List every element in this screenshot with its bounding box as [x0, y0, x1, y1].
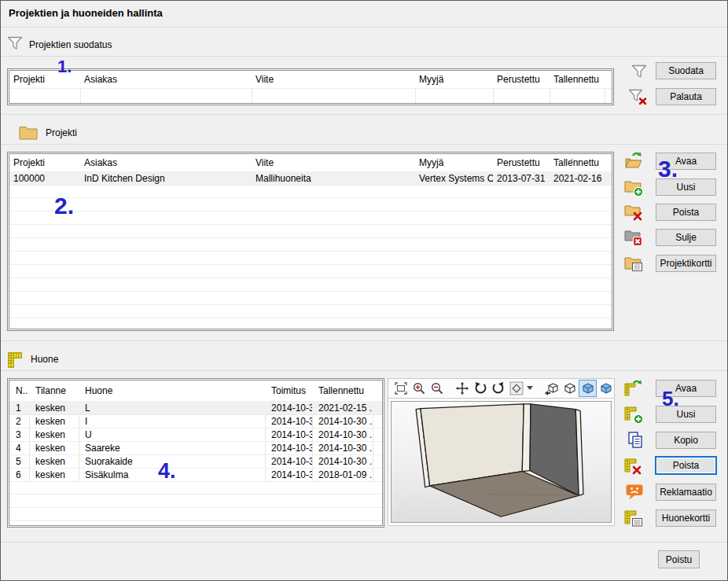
cell-tilanne: kesken: [29, 429, 79, 440]
box-view-3-icon[interactable]: [579, 381, 596, 396]
cell-tilanne: kesken: [29, 416, 79, 427]
cell-nro: 4: [9, 443, 29, 454]
room-table: N.. Tilanne Huone Toimitus Tallennettu 1…: [7, 378, 384, 528]
filter-clear-icon[interactable]: [627, 87, 649, 106]
open-room-icon[interactable]: [623, 378, 644, 399]
delete-room-icon[interactable]: [623, 456, 644, 476]
cell-huone: L: [79, 403, 265, 414]
zoom-fit-icon[interactable]: [393, 381, 410, 396]
cell-tallennettu: 2014-10-30 ...: [312, 416, 373, 427]
table-row[interactable]: 6 kesken Sisäkulma 2014-10-31 2018-01-09…: [9, 468, 382, 482]
projektikortti-label: Projektikortti: [660, 258, 711, 269]
new-room-icon[interactable]: [623, 404, 644, 425]
poista-room-button[interactable]: Poista: [655, 456, 717, 475]
cell-asiakas: InD Kitchen Design: [80, 173, 252, 184]
uusi-label: Uusi: [676, 409, 695, 420]
cell-toimitus: 2014-10-31: [265, 456, 312, 467]
suodata-label: Suodata: [668, 65, 704, 76]
reklamaatio-button[interactable]: Reklamaatio: [656, 484, 716, 501]
suodata-button[interactable]: Suodata: [656, 62, 716, 79]
divider: [1, 370, 727, 371]
room-card-icon[interactable]: [623, 508, 644, 528]
kopio-button[interactable]: Kopio: [656, 432, 716, 449]
annotation-1: 1.: [57, 58, 72, 75]
zoom-in-icon[interactable]: [411, 381, 428, 396]
filter-col-tallennettu[interactable]: Tallennettu: [550, 74, 605, 85]
project-col-myyja[interactable]: Myyjä: [415, 157, 493, 168]
room-preview[interactable]: [388, 398, 615, 526]
folder-icon: [18, 124, 39, 142]
poistu-button[interactable]: Poistu: [658, 550, 700, 568]
table-row[interactable]: 5 kesken Suorakaide 2014-10-31 2014-10-3…: [9, 454, 382, 469]
annotation-2: 2.: [54, 194, 74, 218]
cell-huone: U: [79, 429, 265, 440]
palauta-button[interactable]: Palauta: [656, 88, 716, 105]
filter-apply-icon[interactable]: [630, 62, 649, 81]
filter-funnel-icon: [6, 34, 24, 53]
huonekortti-button[interactable]: Huonekortti: [656, 509, 716, 527]
table-row[interactable]: 1 kesken L 2014-10-31 2021-02-15 ...: [9, 401, 382, 415]
cell-tilanne: kesken: [29, 469, 79, 480]
filter-col-viite[interactable]: Viite: [252, 74, 415, 85]
cell-huone: Saareke: [79, 443, 265, 454]
cell-toimitus: 2014-10-31: [265, 469, 312, 480]
complaint-icon[interactable]: [624, 482, 645, 502]
table-row[interactable]: 2 kesken I 2014-10-31 2014-10-30 ...: [9, 414, 382, 428]
cell-viite: Mallihuoneita: [252, 173, 415, 184]
project-table: Projekti Asiakas Viite Myyjä Perustettu …: [7, 152, 614, 331]
room-col-tilanne[interactable]: Tilanne: [29, 385, 79, 396]
copy-room-icon[interactable]: [625, 430, 645, 450]
project-card-icon[interactable]: [623, 253, 644, 274]
table-row[interactable]: 4 kesken Saareke 2014-10-31 2014-10-30 .…: [9, 441, 382, 455]
sulje-project-button[interactable]: Sulje: [656, 229, 716, 246]
close-project-icon[interactable]: [623, 227, 644, 248]
project-col-viite[interactable]: Viite: [252, 157, 415, 168]
center-view-icon[interactable]: [508, 381, 524, 396]
cell-tallennettu: 2021-02-16: [550, 173, 605, 184]
filter-col-perustettu[interactable]: Perustettu: [493, 74, 550, 85]
table-row[interactable]: 100000 InD Kitchen Design Mallihuoneita …: [9, 171, 612, 186]
room-col-nro[interactable]: N..: [9, 385, 29, 396]
rotate-right-icon[interactable]: [490, 381, 506, 396]
cell-toimitus: 2014-10-31: [265, 429, 312, 440]
room-col-tallennettu[interactable]: Tallennettu: [312, 385, 373, 396]
room-ruler-icon: [7, 351, 24, 369]
cell-tallennettu: 2014-10-30 ...: [312, 443, 373, 454]
projektikortti-button[interactable]: Projektikortti: [656, 255, 716, 272]
filter-col-myyja[interactable]: Myyjä: [415, 74, 493, 85]
cell-nro: 6: [9, 469, 29, 480]
filter-col-asiakas[interactable]: Asiakas: [80, 74, 252, 85]
new-project-icon[interactable]: [623, 177, 644, 197]
box-view-4-icon[interactable]: [597, 381, 614, 396]
project-section-title: Projekti: [46, 127, 77, 138]
pan-icon[interactable]: [454, 381, 471, 396]
divider: [1, 27, 727, 28]
table-row[interactable]: 3 kesken U 2014-10-31 2014-10-30 ...: [9, 428, 382, 442]
poista-label: Poista: [673, 207, 699, 218]
project-col-asiakas[interactable]: Asiakas: [80, 157, 252, 168]
rotate-left-icon[interactable]: [472, 381, 489, 396]
avaa-label: Avaa: [675, 156, 697, 167]
box-view-1-icon[interactable]: [544, 381, 561, 396]
cell-nro: 1: [9, 403, 29, 414]
cell-tallennettu: 2021-02-15 ...: [312, 403, 373, 414]
sulje-label: Sulje: [675, 232, 697, 243]
room-col-huone[interactable]: Huone: [79, 385, 265, 396]
divider: [1, 340, 727, 341]
project-col-projekti[interactable]: Projekti: [9, 157, 80, 168]
cell-nro: 2: [9, 416, 29, 427]
box-view-2-icon[interactable]: [562, 381, 579, 396]
sort-indicator: ⌄: [569, 155, 575, 161]
cell-tilanne: kesken: [29, 443, 79, 454]
zoom-out-icon[interactable]: [429, 381, 446, 396]
delete-project-icon[interactable]: [623, 202, 644, 222]
project-col-perustettu[interactable]: Perustettu: [493, 157, 550, 168]
open-project-icon[interactable]: [623, 151, 644, 171]
cell-tallennettu: 2014-10-30 ...: [312, 456, 373, 467]
view-dropdown-caret[interactable]: [526, 381, 533, 396]
uusi-label: Uusi: [676, 182, 695, 193]
poista-project-button[interactable]: Poista: [656, 204, 716, 221]
room-col-toimitus[interactable]: Toimitus: [265, 385, 312, 396]
project-col-tallennettu[interactable]: Tallennettu: [550, 157, 605, 168]
huonekortti-label: Huonekortti: [662, 513, 710, 524]
